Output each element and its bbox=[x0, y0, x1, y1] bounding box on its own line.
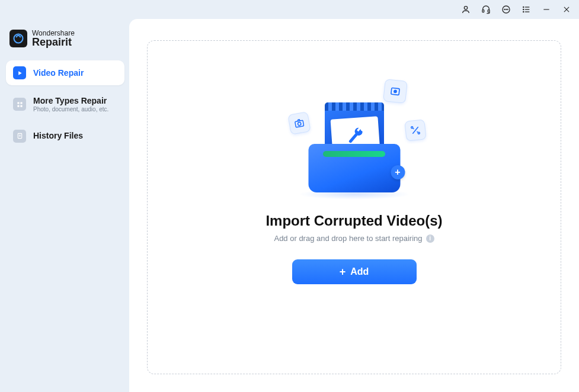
brand-line2: Repairit bbox=[32, 37, 75, 47]
sidebar: Wondershare Repairit Video Repair More T… bbox=[0, 19, 129, 392]
doc-icon bbox=[13, 130, 26, 143]
photo-tile-icon bbox=[383, 79, 408, 104]
svg-rect-1 bbox=[482, 10, 484, 12]
svg-point-0 bbox=[464, 7, 467, 9]
svg-rect-20 bbox=[17, 105, 19, 107]
plus-badge-icon: + bbox=[391, 165, 405, 179]
close-icon[interactable] bbox=[561, 4, 572, 15]
dropzone-title: Import Corrupted Video(s) bbox=[265, 213, 442, 229]
svg-point-29 bbox=[411, 127, 412, 128]
logo: Wondershare Repairit bbox=[6, 25, 124, 60]
info-icon[interactable]: i bbox=[426, 234, 434, 243]
svg-rect-21 bbox=[20, 105, 22, 107]
svg-point-9 bbox=[523, 9, 524, 9]
logo-icon bbox=[9, 30, 27, 47]
repair-tile-icon bbox=[404, 119, 426, 141]
svg-point-26 bbox=[298, 122, 301, 126]
svg-point-30 bbox=[418, 132, 420, 134]
svg-rect-18 bbox=[17, 102, 19, 104]
sidebar-item-label: Video Repair bbox=[33, 68, 84, 78]
sidebar-item-label: More Types Repair bbox=[33, 96, 108, 106]
svg-rect-25 bbox=[295, 120, 303, 127]
minimize-icon[interactable] bbox=[541, 4, 552, 15]
svg-point-6 bbox=[507, 9, 508, 10]
dropzone[interactable]: + Import Corrupted Video(s) Add or drag … bbox=[147, 40, 561, 374]
main-panel: + Import Corrupted Video(s) Add or drag … bbox=[129, 19, 579, 392]
plus-icon: + bbox=[340, 266, 346, 278]
sidebar-item-video-repair[interactable]: Video Repair bbox=[6, 60, 124, 85]
svg-point-7 bbox=[523, 7, 524, 7]
sidebar-item-label: History Files bbox=[33, 131, 83, 141]
dropzone-subtitle-text: Add or drag and drop here to start repai… bbox=[274, 234, 422, 243]
import-illustration: + bbox=[277, 82, 431, 201]
svg-point-11 bbox=[523, 11, 524, 12]
svg-point-5 bbox=[506, 9, 507, 10]
sidebar-item-more-types[interactable]: More Types Repair Photo, document, audio… bbox=[6, 90, 124, 119]
camera-tile-icon bbox=[287, 111, 311, 134]
headset-icon[interactable] bbox=[481, 4, 491, 15]
chat-icon[interactable] bbox=[501, 4, 511, 15]
add-button[interactable]: + Add bbox=[292, 259, 417, 284]
svg-point-28 bbox=[393, 89, 396, 93]
dropzone-subtitle: Add or drag and drop here to start repai… bbox=[274, 234, 434, 243]
play-icon bbox=[13, 66, 26, 79]
list-icon[interactable] bbox=[521, 4, 532, 15]
svg-marker-17 bbox=[18, 71, 21, 75]
grid-icon bbox=[13, 98, 26, 111]
sidebar-item-history[interactable]: History Files bbox=[6, 124, 124, 149]
user-icon[interactable] bbox=[460, 4, 471, 15]
sidebar-item-sublabel: Photo, document, audio, etc. bbox=[33, 106, 108, 113]
svg-point-4 bbox=[504, 9, 505, 10]
add-button-label: Add bbox=[350, 266, 369, 277]
svg-rect-19 bbox=[20, 102, 22, 104]
app-body: Wondershare Repairit Video Repair More T… bbox=[0, 19, 579, 392]
svg-rect-2 bbox=[488, 10, 490, 12]
titlebar bbox=[0, 0, 579, 19]
